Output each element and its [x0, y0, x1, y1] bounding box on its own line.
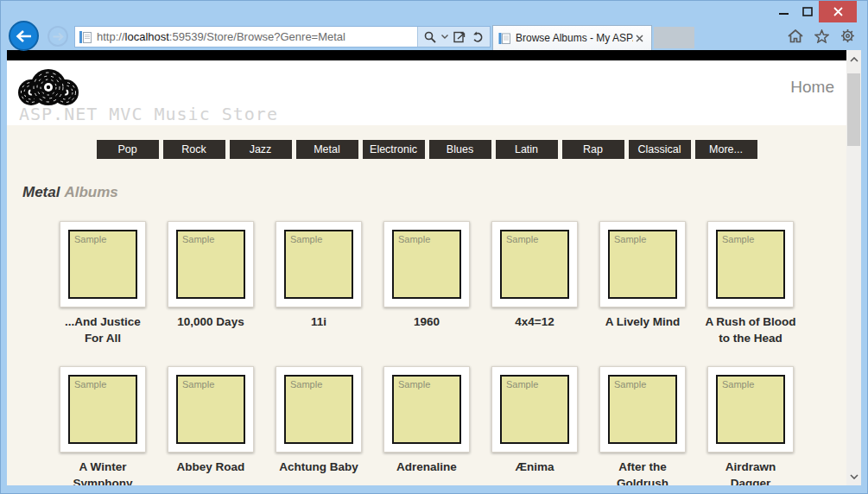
browser-window: http://localhost:59539/Store/Browse?Genr…: [0, 0, 868, 494]
album-item[interactable]: Sample Ænima: [481, 366, 589, 485]
album-art-placeholder: Sample: [176, 230, 245, 299]
page-viewport: ASP.NET MVC Music Store Home Pop Rock Ja…: [7, 50, 861, 485]
album-art-placeholder: Sample: [392, 375, 461, 444]
album-art-placeholder: Sample: [284, 375, 353, 444]
genre-button-pop[interactable]: Pop: [97, 140, 159, 159]
album-art-placeholder: Sample: [716, 230, 785, 299]
album-art-placeholder: Sample: [608, 230, 677, 299]
album-cover: Sample: [599, 366, 686, 453]
album-cover: Sample: [599, 221, 686, 307]
forward-button[interactable]: [48, 26, 68, 47]
album-art-placeholder: Sample: [68, 230, 137, 299]
album-grid: Sample ...And Justice For All Sample 10,…: [7, 221, 846, 485]
album-cover: Sample: [276, 221, 362, 307]
album-item[interactable]: Sample A Lively Mind: [589, 221, 697, 366]
address-bar-tools: [417, 27, 490, 47]
genre-button-more[interactable]: More...: [695, 140, 757, 159]
vinyl-record-center: [30, 69, 67, 105]
scroll-up-button[interactable]: [846, 52, 861, 66]
site-brand-title: ASP.NET MVC Music Store: [19, 104, 278, 124]
album-item[interactable]: Sample Achtung Baby: [265, 366, 373, 485]
vertical-scrollbar[interactable]: [846, 50, 861, 485]
album-item[interactable]: Sample ...And Justice For All: [49, 221, 157, 366]
window-controls: [772, 1, 857, 22]
album-cover: Sample: [60, 221, 146, 307]
minimize-icon: [779, 7, 789, 16]
album-cover: Sample: [60, 366, 146, 453]
album-title: 4x4=12: [515, 314, 554, 330]
search-icon[interactable]: [424, 31, 436, 43]
maximize-button[interactable]: [795, 1, 819, 22]
genre-button-blues[interactable]: Blues: [429, 140, 491, 159]
chevron-up-icon: [850, 57, 858, 62]
album-title: After the Goldrush: [596, 459, 689, 485]
album-item[interactable]: Sample Abbey Road: [157, 366, 265, 485]
tab-browse-albums[interactable]: Browse Albums - My ASP.N...: [492, 25, 652, 50]
close-icon: [833, 7, 843, 16]
favorites-star-icon[interactable]: [814, 29, 829, 43]
album-item[interactable]: Sample Adrenaline: [373, 366, 481, 485]
tab-close-button[interactable]: [633, 32, 646, 45]
new-tab-button[interactable]: [654, 27, 694, 48]
tab-title: Browse Albums - My ASP.N...: [516, 32, 633, 44]
album-title: Abbey Road: [177, 459, 245, 475]
scrollbar-thumb[interactable]: [847, 73, 860, 146]
search-dropdown-caret-icon[interactable]: [441, 35, 448, 39]
album-cover: Sample: [168, 221, 254, 307]
genre-button-rock[interactable]: Rock: [163, 140, 225, 159]
album-title: Airdrawn Dagger: [704, 459, 797, 485]
page-title-suffix: Albums: [64, 184, 117, 200]
page-content: ASP.NET MVC Music Store Home Pop Rock Ja…: [7, 50, 846, 485]
page-title-genre: Metal: [22, 184, 60, 200]
genre-nav: Pop Rock Jazz Metal Electronic Blues Lat…: [7, 140, 846, 159]
album-cover: Sample: [168, 366, 254, 453]
genre-button-electronic[interactable]: Electronic: [363, 140, 425, 159]
album-title: Achtung Baby: [279, 459, 358, 475]
genre-button-latin[interactable]: Latin: [496, 140, 558, 159]
album-cover: Sample: [383, 221, 470, 307]
site-header: ASP.NET MVC Music Store Home: [7, 60, 846, 125]
album-item[interactable]: Sample 1960: [373, 221, 481, 366]
genre-button-rap[interactable]: Rap: [562, 140, 624, 159]
refresh-icon[interactable]: [472, 31, 484, 43]
url-path: :59539/Store/Browse?Genre=Metal: [169, 30, 345, 43]
back-button[interactable]: [9, 21, 39, 51]
url-text[interactable]: http://localhost:59539/Store/Browse?Genr…: [97, 30, 417, 43]
album-art-placeholder: Sample: [68, 375, 137, 444]
genre-button-metal[interactable]: Metal: [296, 140, 358, 159]
album-title: Adrenaline: [396, 459, 457, 475]
go-page-icon[interactable]: [453, 31, 466, 43]
album-item[interactable]: Sample A Rush of Blood to the Head: [697, 221, 805, 366]
album-art-placeholder: Sample: [284, 230, 353, 299]
album-art-placeholder: Sample: [716, 375, 785, 444]
album-item[interactable]: Sample After the Goldrush: [589, 366, 697, 485]
minimize-button[interactable]: [772, 1, 795, 22]
album-art-placeholder: Sample: [392, 230, 461, 299]
address-bar[interactable]: http://localhost:59539/Store/Browse?Genr…: [74, 26, 491, 48]
album-title: A Rush of Blood to the Head: [704, 314, 797, 346]
album-title: ...And Justice For All: [56, 314, 149, 346]
home-link[interactable]: Home: [790, 78, 834, 97]
genre-button-jazz[interactable]: Jazz: [230, 140, 292, 159]
chevron-down-icon: [850, 474, 858, 479]
close-button[interactable]: [819, 1, 857, 22]
album-title: 11i: [311, 314, 326, 330]
album-title: Ænima: [515, 459, 554, 475]
forward-arrow-icon: [53, 32, 64, 41]
album-cover: Sample: [383, 366, 470, 453]
tab-close-icon: [636, 35, 643, 42]
settings-gear-icon[interactable]: [840, 28, 855, 43]
album-item[interactable]: Sample 11i: [265, 221, 373, 366]
album-item[interactable]: Sample 4x4=12: [481, 221, 589, 366]
genre-button-classical[interactable]: Classical: [629, 140, 691, 159]
home-icon[interactable]: [788, 29, 803, 43]
album-item[interactable]: Sample Airdrawn Dagger: [697, 366, 805, 485]
album-cover: Sample: [276, 366, 362, 453]
album-title: 10,000 Days: [177, 314, 244, 330]
album-item[interactable]: Sample 10,000 Days: [157, 221, 265, 366]
url-host: localhost: [125, 30, 169, 43]
back-arrow-icon: [16, 29, 32, 43]
scroll-down-button[interactable]: [846, 469, 861, 484]
album-cover: Sample: [707, 366, 794, 453]
album-item[interactable]: Sample A Winter Symphony: [49, 366, 157, 485]
